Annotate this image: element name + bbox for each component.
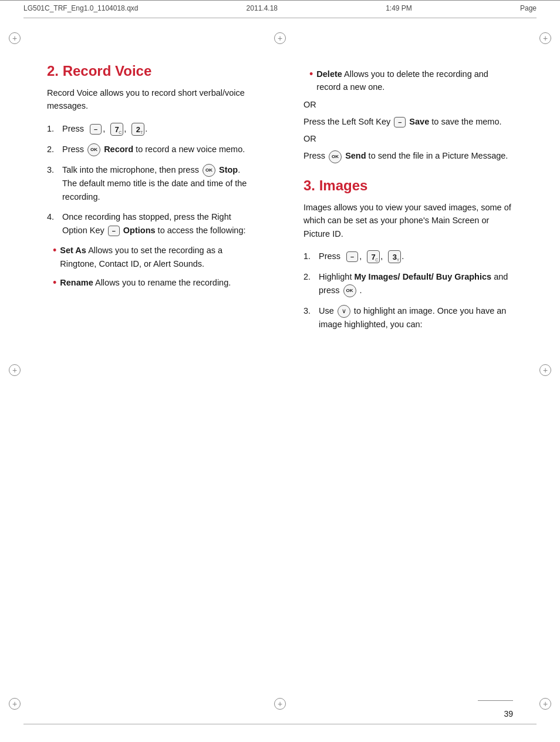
ok-key-icon-3: OK (203, 164, 215, 177)
press-save-text: Press the Left Soft Key – Save to save t… (303, 115, 513, 128)
reg-mark-bot-left (9, 698, 21, 710)
or-separator-2: OR (303, 134, 513, 143)
nav-key-icon: ∨ (338, 305, 350, 318)
section2-heading: 2. Record Voice (47, 63, 257, 79)
or-separator-1: OR (303, 100, 513, 109)
header-bar: LG501C_TRF_Eng1.0_1104018.qxd 2011.4.18 … (0, 0, 560, 16)
right-option-key-icon: – (108, 226, 120, 236)
step-2-3: 3. Talk into the microphone, then press … (47, 163, 257, 203)
step-2-1: 1. Press –, 7C, 2T. (47, 122, 257, 136)
key-3y-icon: 3Y (388, 250, 401, 263)
reg-mark-top-left (9, 32, 21, 44)
reg-mark-bot-center (274, 698, 286, 710)
header-filename: LG501C_TRF_Eng1.0_1104018.qxd (23, 4, 138, 12)
step-3-1-content: Press –, 7C, 3Y. (319, 250, 513, 263)
step-3-1-number: 1. (303, 250, 319, 263)
key-2t-icon: 2T (131, 123, 144, 136)
step-2-4: 4. Once recording has stopped, press the… (47, 210, 257, 237)
step-2-3-content: Talk into the microphone, then press OK … (62, 163, 257, 203)
step-3-3-content: Use ∨ to highlight an image. Once you ha… (319, 304, 513, 331)
step-2-3-number: 3. (47, 163, 62, 176)
step-3-3-number: 3. (303, 304, 319, 317)
bullet-rename: • Rename Allows you to rename the record… (53, 276, 257, 290)
bullet-dot-delete: • (309, 67, 313, 82)
section2-bullets: • Set As Allows you to set the recording… (53, 244, 257, 290)
footer-bottom-rule (23, 724, 537, 724)
step-2-2: 2. Press OK Record to record a new voice… (47, 143, 257, 156)
step-3-3: 3. Use ∨ to highlight an image. Once you… (303, 304, 513, 331)
press-send-text: Press OK Send to send the file in a Pict… (303, 149, 513, 163)
step-2-4-content: Once recording has stopped, press the Ri… (62, 210, 257, 237)
bottom-divider (478, 700, 513, 701)
bullet-dot-2: • (53, 276, 56, 290)
header-time: 1:49 PM (386, 4, 412, 12)
bullet-delete: • Delete Allows you to delete the record… (309, 68, 513, 94)
ok-key-icon-send: OK (329, 150, 342, 163)
header-top-rule (23, 18, 537, 18)
section2-intro: Record Voice allows you to record short … (47, 86, 257, 113)
step-2-2-number: 2. (47, 143, 62, 156)
step-2-1-number: 1. (47, 122, 62, 135)
step-3-2-content: Highlight My Images/ Default/ Buy Graphi… (319, 270, 513, 297)
key-7c-icon: 7C (110, 123, 123, 136)
minus-key-icon: – (90, 124, 102, 135)
bullet-set-as-content: Set As Allows you to set the recording a… (60, 244, 257, 270)
ok-key-icon-3-2: OK (343, 284, 356, 297)
step-2-4-number: 4. (47, 210, 62, 223)
bullet-rename-content: Rename Allows you to rename the recordin… (60, 276, 257, 289)
header-label: Page (520, 4, 537, 12)
left-soft-key-icon: – (394, 117, 406, 127)
section2-right-bullets: • Delete Allows you to delete the record… (309, 68, 513, 94)
step-2-2-content: Press OK Record to record a new voice me… (62, 143, 257, 156)
header-date: 2011.4.18 (247, 4, 278, 12)
right-column: • Delete Allows you to delete the record… (292, 63, 513, 338)
key-7c-3-icon: 7C (367, 250, 380, 263)
bullet-dot-1: • (53, 243, 56, 258)
reg-mark-mid-right (539, 364, 551, 376)
step-3-2-number: 2. (303, 270, 319, 283)
bullet-set-as: • Set As Allows you to set the recording… (53, 244, 257, 270)
reg-mark-mid-left (9, 364, 21, 376)
page-number: 39 (504, 709, 513, 719)
page-container: LG501C_TRF_Eng1.0_1104018.qxd 2011.4.18 … (0, 0, 560, 742)
left-column: 2. Record Voice Record Voice allows you … (47, 63, 268, 338)
content-area: 2. Record Voice Record Voice allows you … (0, 16, 560, 373)
minus-key-3-icon: – (346, 251, 358, 262)
ok-key-icon-2: OK (87, 143, 100, 156)
step-2-1-content: Press –, 7C, 2T. (62, 122, 257, 136)
reg-mark-top-center (274, 32, 286, 44)
step-3-2: 2. Highlight My Images/ Default/ Buy Gra… (303, 270, 513, 297)
section3-heading: 3. Images (303, 177, 513, 194)
step-3-1: 1. Press –, 7C, 3Y. (303, 250, 513, 263)
reg-mark-top-right (539, 32, 551, 44)
bullet-delete-content: Delete Allows you to delete the recordin… (316, 68, 513, 94)
section3-intro: Images allows you to view your saved ima… (303, 201, 513, 240)
reg-mark-bot-right (539, 698, 551, 710)
